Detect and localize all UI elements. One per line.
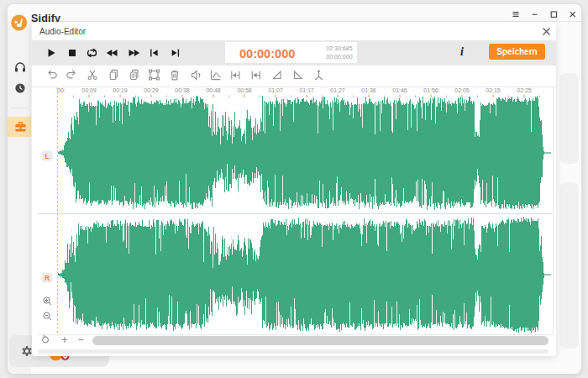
svg-text:L: L	[45, 152, 49, 160]
svg-text:R: R	[45, 274, 50, 282]
